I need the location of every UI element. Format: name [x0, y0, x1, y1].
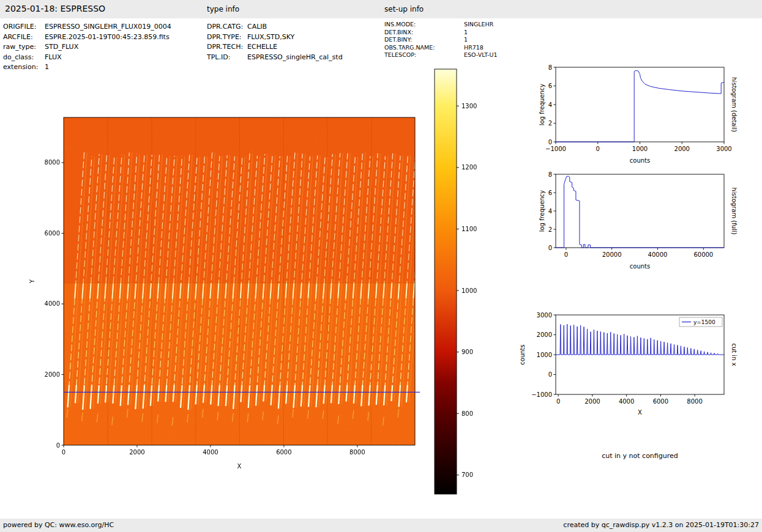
setup-info-row: DET.BINY:1 [384, 36, 498, 44]
info-value: ESPRE.2025-01-19T00:45:23.859.fits [45, 33, 170, 41]
info-label: do_class: [3, 53, 45, 63]
info-value: HR718 [464, 44, 484, 51]
raw-image-plot: 0200040006000800002000400060008000XY [24, 109, 453, 477]
svg-text:1000: 1000 [537, 352, 552, 358]
header-bar: 2025-01-18: ESPRESSO type info set-up in… [0, 0, 762, 18]
svg-text:6: 6 [548, 83, 552, 89]
svg-text:700: 700 [461, 471, 473, 478]
info-value: 1 [45, 63, 49, 71]
info-label: DET.BINY: [384, 36, 464, 44]
svg-text:2000: 2000 [585, 398, 600, 405]
info-value: CALIB [247, 23, 267, 31]
svg-text:6000: 6000 [653, 398, 668, 405]
svg-text:6000: 6000 [276, 449, 291, 456]
svg-text:2: 2 [548, 120, 552, 127]
svg-text:1000: 1000 [461, 287, 477, 294]
info-value: ESPRESSO_singleHR_cal_std [247, 53, 343, 61]
svg-text:4: 4 [548, 102, 552, 108]
file-info-row: do_class:FLUX [3, 53, 171, 63]
svg-text:800: 800 [461, 410, 473, 417]
qc-rawdisp-page: 2025-01-18: ESPRESSO type info set-up in… [0, 0, 762, 532]
svg-text:log frequency: log frequency [539, 84, 545, 126]
svg-text:histogram (detail): histogram (detail) [731, 77, 738, 132]
svg-text:20000: 20000 [602, 251, 622, 258]
cut-in-y-note: cut in y not configured [556, 452, 724, 460]
setup-info-heading: set-up info [384, 5, 424, 13]
type-info-row: DPR.TYPE:FLUX,STD,SKY [207, 32, 343, 43]
file-info-row: extension:1 [3, 62, 171, 73]
svg-text:log frequency: log frequency [539, 190, 545, 232]
svg-text:2000: 2000 [129, 449, 144, 456]
svg-text:histogram (full): histogram (full) [731, 187, 738, 234]
file-info-row: ORIGFILE:ESPRESSO_SINGLEHR_FLUX019_0004 [3, 22, 171, 32]
info-value: STD_FLUX [45, 43, 78, 51]
svg-text:40000: 40000 [648, 251, 668, 258]
info-label: DET.BINX: [384, 29, 464, 37]
info-label: TPL.ID: [207, 53, 247, 63]
setup-info-row: DET.BINX:1 [384, 29, 498, 37]
svg-text:Y: Y [29, 279, 35, 284]
svg-text:2000: 2000 [674, 146, 690, 152]
svg-text:counts: counts [630, 263, 650, 270]
svg-text:−1000: −1000 [545, 146, 566, 152]
svg-text:3000: 3000 [716, 146, 731, 152]
svg-text:8000: 8000 [349, 449, 365, 456]
info-label: DPR.TECH: [207, 42, 247, 53]
svg-text:0: 0 [62, 449, 65, 456]
svg-text:X: X [237, 463, 242, 470]
cut-in-x-plot: 02000400060008000−10000100020003000Xcoun… [517, 306, 750, 422]
svg-text:0: 0 [556, 398, 560, 405]
info-label: OBS.TARG.NAME: [384, 44, 464, 52]
svg-text:1100: 1100 [461, 226, 477, 232]
info-value: 1 [464, 29, 468, 35]
info-value: ESPRESSO_SINGLEHR_FLUX019_0004 [45, 23, 171, 31]
info-label: extension: [3, 62, 45, 73]
info-label: TELESCOP: [384, 51, 464, 59]
svg-text:8: 8 [548, 64, 552, 71]
page-title: 2025-01-18: ESPRESSO [5, 4, 105, 13]
colorbar: 7008009001000110012001300 [431, 61, 505, 504]
svg-text:1300: 1300 [461, 103, 477, 109]
file-info-row: raw_type:STD_FLUX [3, 42, 171, 53]
type-info-heading: type info [207, 5, 239, 13]
svg-text:0: 0 [564, 251, 568, 258]
info-label: ORIGFILE: [3, 22, 45, 32]
svg-text:900: 900 [461, 349, 473, 355]
histogram-full-plot: 020000400006000002468countslog frequency… [517, 165, 750, 276]
svg-text:6000: 6000 [45, 230, 60, 237]
info-value: SINGLEHR [464, 21, 493, 28]
svg-text:0: 0 [596, 146, 600, 152]
svg-text:0: 0 [548, 245, 552, 251]
info-label: raw_type: [3, 42, 45, 53]
svg-text:4000: 4000 [45, 300, 60, 307]
svg-text:4000: 4000 [619, 398, 634, 405]
svg-text:0: 0 [548, 139, 552, 146]
info-value: ESO-VLT-U1 [464, 51, 498, 58]
svg-text:−1000: −1000 [531, 391, 552, 398]
svg-text:6: 6 [548, 190, 552, 196]
svg-text:3000: 3000 [537, 312, 552, 319]
histogram-detail-plot: −1000010002000300002468countslog frequen… [517, 58, 750, 169]
info-value: FLUX [45, 53, 62, 61]
type-info-row: TPL.ID:ESPRESSO_singleHR_cal_std [207, 53, 343, 63]
info-label: INS.MODE: [384, 21, 464, 29]
footer-bar: powered by QC: www.eso.org/HC created by… [0, 519, 762, 532]
svg-text:1000: 1000 [632, 146, 648, 152]
svg-text:2: 2 [548, 226, 552, 233]
svg-text:4000: 4000 [203, 449, 218, 456]
svg-text:0: 0 [56, 442, 60, 449]
file-info-row: ARCFILE:ESPRE.2025-01-19T00:45:23.859.fi… [3, 32, 171, 43]
svg-text:X: X [638, 409, 642, 416]
svg-text:cut in x: cut in x [731, 343, 738, 366]
svg-text:y=1500: y=1500 [693, 319, 715, 325]
footer-left-text: powered by QC: www.eso.org/HC [3, 521, 114, 529]
type-info-panel: DPR.CATG:CALIB DPR.TYPE:FLUX,STD,SKY DPR… [207, 22, 343, 62]
setup-info-row: TELESCOP:ESO-VLT-U1 [384, 51, 498, 59]
svg-text:2000: 2000 [537, 331, 552, 338]
svg-text:8000: 8000 [687, 398, 702, 405]
type-info-row: DPR.CATG:CALIB [207, 22, 343, 32]
svg-text:2000: 2000 [45, 371, 60, 378]
info-label: DPR.TYPE: [207, 32, 247, 43]
svg-text:60000: 60000 [693, 251, 713, 258]
info-value: 1 [464, 36, 468, 43]
